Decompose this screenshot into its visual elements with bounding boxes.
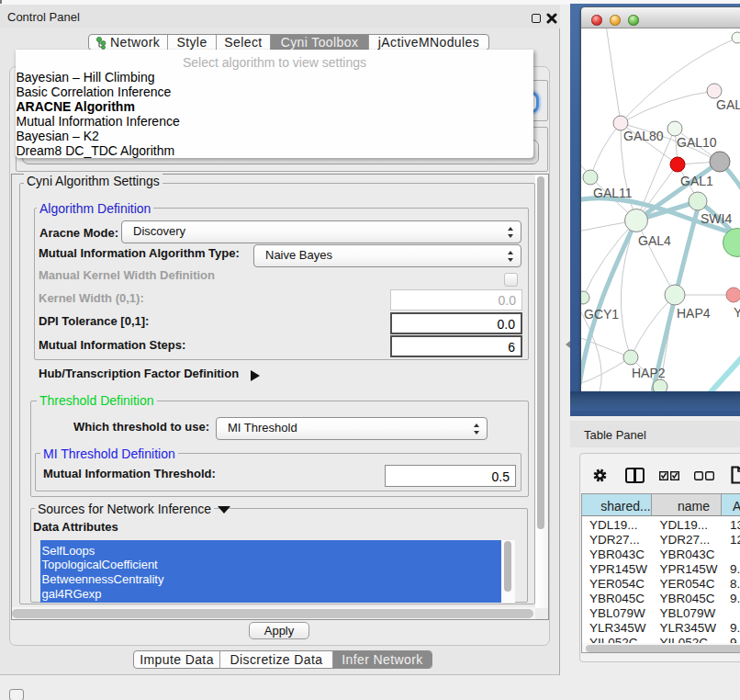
svg-text:HAP2: HAP2 bbox=[632, 366, 666, 380]
svg-text:GAL4: GAL4 bbox=[638, 233, 671, 248]
svg-text:GAL11: GAL11 bbox=[593, 186, 633, 200]
svg-text:Y: Y bbox=[734, 305, 740, 320]
svg-text:GAL10: GAL10 bbox=[677, 135, 717, 150]
svg-text:GAL80: GAL80 bbox=[623, 129, 664, 143]
svg-text:GAL7: GAL7 bbox=[716, 97, 740, 112]
svg-text:GAL1: GAL1 bbox=[680, 174, 713, 188]
svg-text:GCY1: GCY1 bbox=[584, 307, 619, 322]
svg-text:HAP4: HAP4 bbox=[677, 306, 711, 321]
svg-text:SWI4: SWI4 bbox=[701, 211, 732, 226]
